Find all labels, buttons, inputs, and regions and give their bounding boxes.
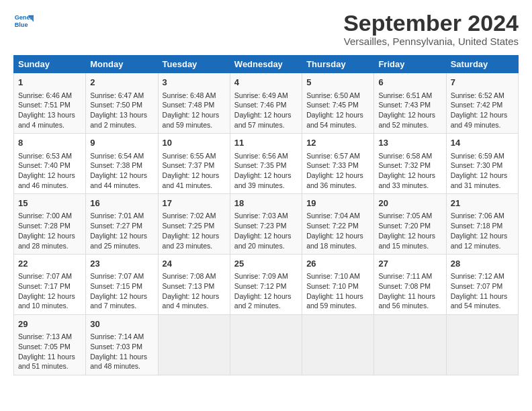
col-saturday: Saturday: [446, 56, 518, 73]
daylight-text: Daylight: 11 hours and 48 minutes.: [90, 353, 147, 371]
day-number: 14: [451, 137, 514, 149]
daylight-text: Daylight: 12 hours and 18 minutes.: [306, 232, 363, 250]
sunrise-text: Sunrise: 7:06 AM: [451, 212, 504, 220]
calendar-cell: 23Sunrise: 7:07 AMSunset: 7:15 PMDayligh…: [86, 255, 158, 315]
daylight-text: Daylight: 12 hours and 44 minutes.: [90, 171, 147, 189]
sunset-text: Sunset: 7:18 PM: [451, 222, 503, 230]
sunrise-text: Sunrise: 7:02 AM: [163, 212, 216, 220]
sunset-text: Sunset: 7:17 PM: [18, 282, 71, 290]
col-monday: Monday: [86, 56, 158, 73]
calendar-cell: 14Sunrise: 6:59 AMSunset: 7:30 PMDayligh…: [446, 134, 518, 194]
daylight-text: Daylight: 12 hours and 54 minutes.: [306, 111, 363, 129]
sunset-text: Sunset: 7:10 PM: [306, 282, 359, 290]
day-number: 4: [234, 77, 298, 89]
day-number: 26: [306, 258, 369, 270]
day-number: 24: [163, 258, 226, 270]
day-number: 20: [378, 197, 441, 210]
day-number: 5: [306, 77, 369, 89]
sunrise-text: Sunrise: 7:00 AM: [18, 212, 72, 220]
sunrise-text: Sunrise: 6:52 AM: [451, 91, 504, 99]
daylight-text: Daylight: 12 hours and 36 minutes.: [306, 171, 363, 189]
calendar-cell: 28Sunrise: 7:12 AMSunset: 7:07 PMDayligh…: [446, 255, 518, 315]
calendar-cell: 7Sunrise: 6:52 AMSunset: 7:42 PMDaylight…: [446, 73, 518, 134]
day-number: 25: [234, 258, 298, 270]
title-block: September 2024 Versailles, Pennsylvania,…: [343, 11, 519, 47]
day-number: 29: [18, 318, 81, 330]
calendar-cell: 18Sunrise: 7:03 AMSunset: 7:23 PMDayligh…: [230, 194, 302, 255]
daylight-text: Daylight: 12 hours and 57 minutes.: [234, 111, 292, 129]
calendar-cell: 21Sunrise: 7:06 AMSunset: 7:18 PMDayligh…: [446, 194, 518, 255]
daylight-text: Daylight: 11 hours and 59 minutes.: [306, 292, 363, 310]
sunrise-text: Sunrise: 7:01 AM: [90, 212, 144, 220]
day-number: 17: [163, 197, 226, 210]
sunrise-text: Sunrise: 7:08 AM: [163, 272, 216, 280]
day-number: 27: [378, 258, 441, 270]
month-year: September 2024: [343, 11, 519, 36]
day-number: 18: [234, 197, 298, 210]
header-row: Sunday Monday Tuesday Wednesday Thursday…: [14, 56, 519, 73]
calendar-cell: [374, 315, 446, 375]
sunrise-text: Sunrise: 6:59 AM: [451, 152, 504, 160]
daylight-text: Daylight: 12 hours and 31 minutes.: [451, 171, 508, 189]
daylight-text: Daylight: 11 hours and 51 minutes.: [18, 353, 75, 371]
day-number: 10: [163, 137, 226, 149]
sunset-text: Sunset: 7:40 PM: [18, 161, 71, 169]
calendar-cell: 3Sunrise: 6:48 AMSunset: 7:48 PMDaylight…: [158, 73, 230, 134]
calendar-cell: 24Sunrise: 7:08 AMSunset: 7:13 PMDayligh…: [158, 255, 230, 315]
daylight-text: Daylight: 12 hours and 49 minutes.: [451, 111, 508, 129]
sunset-text: Sunset: 7:35 PM: [234, 161, 287, 169]
sunrise-text: Sunrise: 6:49 AM: [234, 91, 288, 99]
calendar-cell: 15Sunrise: 7:00 AMSunset: 7:28 PMDayligh…: [14, 194, 86, 255]
calendar-week-row: 22Sunrise: 7:07 AMSunset: 7:17 PMDayligh…: [14, 255, 519, 315]
daylight-text: Daylight: 12 hours and 23 minutes.: [163, 232, 220, 250]
col-thursday: Thursday: [302, 56, 374, 73]
sunset-text: Sunset: 7:32 PM: [378, 161, 431, 169]
calendar-cell: 30Sunrise: 7:14 AMSunset: 7:03 PMDayligh…: [86, 315, 158, 375]
sunset-text: Sunset: 7:12 PM: [234, 282, 287, 290]
col-sunday: Sunday: [14, 56, 86, 73]
day-number: 12: [306, 137, 369, 149]
svg-text:Blue: Blue: [15, 21, 28, 28]
sunset-text: Sunset: 7:30 PM: [451, 161, 503, 169]
daylight-text: Daylight: 12 hours and 20 minutes.: [234, 232, 292, 250]
sunrise-text: Sunrise: 7:13 AM: [18, 332, 72, 340]
day-number: 13: [378, 137, 441, 149]
day-number: 19: [306, 197, 369, 210]
location: Versailles, Pennsylvania, United States: [343, 36, 519, 47]
calendar-week-row: 1Sunrise: 6:46 AMSunset: 7:51 PMDaylight…: [14, 73, 519, 134]
sunset-text: Sunset: 7:27 PM: [90, 222, 142, 230]
sunset-text: Sunset: 7:20 PM: [378, 222, 431, 230]
calendar-week-row: 8Sunrise: 6:53 AMSunset: 7:40 PMDaylight…: [14, 134, 519, 194]
sunset-text: Sunset: 7:51 PM: [18, 101, 71, 109]
calendar-week-row: 15Sunrise: 7:00 AMSunset: 7:28 PMDayligh…: [14, 194, 519, 255]
daylight-text: Daylight: 12 hours and 10 minutes.: [18, 292, 75, 310]
sunrise-text: Sunrise: 6:50 AM: [306, 91, 360, 99]
daylight-text: Daylight: 13 hours and 2 minutes.: [90, 111, 147, 129]
daylight-text: Daylight: 12 hours and 25 minutes.: [90, 232, 147, 250]
day-number: 1: [18, 77, 81, 89]
day-number: 7: [451, 77, 514, 89]
sunrise-text: Sunrise: 7:03 AM: [234, 212, 288, 220]
calendar-cell: 20Sunrise: 7:05 AMSunset: 7:20 PMDayligh…: [374, 194, 446, 255]
daylight-text: Daylight: 12 hours and 15 minutes.: [378, 232, 435, 250]
sunset-text: Sunset: 7:37 PM: [163, 161, 215, 169]
calendar-cell: 8Sunrise: 6:53 AMSunset: 7:40 PMDaylight…: [14, 134, 86, 194]
calendar-cell: [158, 315, 230, 375]
daylight-text: Daylight: 11 hours and 56 minutes.: [378, 292, 435, 310]
daylight-text: Daylight: 12 hours and 4 minutes.: [163, 292, 220, 310]
day-number: 21: [451, 197, 514, 210]
calendar-cell: 22Sunrise: 7:07 AMSunset: 7:17 PMDayligh…: [14, 255, 86, 315]
daylight-text: Daylight: 13 hours and 4 minutes.: [18, 111, 75, 129]
sunrise-text: Sunrise: 6:57 AM: [306, 152, 360, 160]
sunset-text: Sunset: 7:03 PM: [90, 342, 142, 351]
day-number: 23: [90, 258, 153, 270]
sunrise-text: Sunrise: 7:10 AM: [306, 272, 360, 280]
calendar-cell: 11Sunrise: 6:56 AMSunset: 7:35 PMDayligh…: [230, 134, 302, 194]
day-number: 22: [18, 258, 81, 270]
sunrise-text: Sunrise: 7:09 AM: [234, 272, 288, 280]
calendar-cell: 26Sunrise: 7:10 AMSunset: 7:10 PMDayligh…: [302, 255, 374, 315]
sunrise-text: Sunrise: 6:58 AM: [378, 152, 432, 160]
sunrise-text: Sunrise: 7:05 AM: [378, 212, 432, 220]
daylight-text: Daylight: 12 hours and 7 minutes.: [90, 292, 147, 310]
sunset-text: Sunset: 7:42 PM: [451, 101, 503, 109]
